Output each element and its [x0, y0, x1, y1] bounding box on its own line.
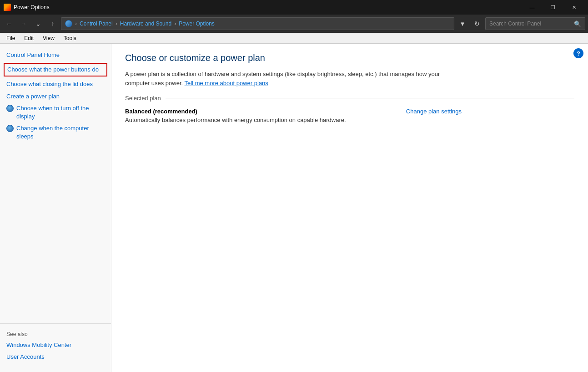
address-bar: ← → ⌄ ↑ › Control Panel › Hardware and S… [0, 15, 588, 33]
content-area: ? Choose or customize a power plan A pow… [111, 44, 588, 372]
address-dropdown-button[interactable]: ▼ [456, 17, 469, 30]
address-part-2[interactable]: Hardware and Sound [120, 20, 171, 27]
close-button[interactable]: ✕ [563, 0, 584, 15]
sidebar-item-closing-lid[interactable]: Choose what closing the lid does [0, 78, 111, 90]
plan-info: Balanced (recommended) Automatically bal… [125, 108, 406, 123]
search-input[interactable] [489, 20, 574, 27]
search-icon[interactable]: 🔍 [574, 20, 581, 27]
selected-plan-header: Selected plan [125, 95, 574, 102]
sidebar: Control Panel Home Choose what the power… [0, 44, 111, 372]
sidebar-item-turn-off-display-row: Choose when to turn off the display [0, 102, 111, 122]
address-part-1[interactable]: Control Panel [80, 20, 113, 27]
plan-description: Automatically balances performance with … [125, 117, 406, 123]
sidebar-nav: Control Panel Home Choose what the power… [0, 49, 111, 323]
sidebar-bottom: See also Windows Mobility Center User Ac… [0, 323, 111, 367]
window-title: Power Options [14, 4, 522, 10]
sidebar-item-windows-mobility-center[interactable]: Windows Mobility Center [0, 339, 111, 351]
title-bar: Power Options — ❐ ✕ [0, 0, 588, 15]
up-button[interactable]: ↑ [46, 17, 59, 30]
address-separator-3: › [174, 20, 176, 27]
menu-bar: File Edit View Tools [0, 33, 588, 44]
refresh-button[interactable]: ↻ [471, 17, 483, 30]
forward-button[interactable]: → [17, 17, 30, 30]
learn-more-link[interactable]: Tell me more about power plans [185, 80, 268, 87]
back-button[interactable]: ← [3, 17, 15, 30]
app-icon [4, 4, 11, 11]
menu-edit[interactable]: Edit [20, 33, 38, 43]
change-plan-settings-link[interactable]: Change plan settings [406, 108, 462, 115]
maximize-button[interactable]: ❐ [543, 0, 563, 15]
selected-plan-divider [166, 98, 574, 98]
sidebar-item-control-panel-home[interactable]: Control Panel Home [0, 49, 111, 61]
sidebar-item-user-accounts[interactable]: User Accounts [0, 351, 111, 363]
sidebar-item-computer-sleeps-row: Change when the computer sleeps [0, 122, 111, 143]
main-area: Control Panel Home Choose what the power… [0, 44, 588, 372]
plan-name: Balanced (recommended) [125, 108, 406, 115]
menu-file[interactable]: File [2, 33, 20, 43]
address-part-3[interactable]: Power Options [179, 20, 215, 27]
sidebar-item-create-power-plan[interactable]: Create a power plan [0, 91, 111, 102]
search-box[interactable]: 🔍 [485, 17, 585, 30]
description-main: A power plan is a collection of hardware… [125, 71, 440, 87]
help-button[interactable]: ? [573, 48, 583, 58]
sidebar-item-power-buttons[interactable]: Choose what the power buttons do [4, 63, 107, 76]
page-title: Choose or customize a power plan [125, 53, 574, 63]
menu-tools[interactable]: Tools [59, 33, 81, 43]
address-icon [65, 20, 72, 27]
sidebar-item-computer-sleeps[interactable]: Change when the computer sleeps [16, 124, 105, 141]
selected-plan-label: Selected plan [125, 95, 161, 102]
description-text: A power plan is a collection of hardware… [125, 70, 452, 87]
globe-icon-sleep [6, 125, 14, 132]
address-box: › Control Panel › Hardware and Sound › P… [61, 17, 454, 30]
recent-button[interactable]: ⌄ [32, 17, 45, 30]
window-controls: — ❐ ✕ [522, 0, 584, 15]
menu-view[interactable]: View [38, 33, 59, 43]
address-separator-1: › [75, 20, 77, 27]
see-also-label: See also [0, 327, 111, 339]
globe-icon-display [6, 105, 14, 112]
sidebar-item-turn-off-display[interactable]: Choose when to turn off the display [16, 104, 105, 121]
plan-row: Balanced (recommended) Automatically bal… [125, 108, 462, 123]
minimize-button[interactable]: — [522, 0, 543, 15]
address-separator-2: › [116, 20, 117, 27]
